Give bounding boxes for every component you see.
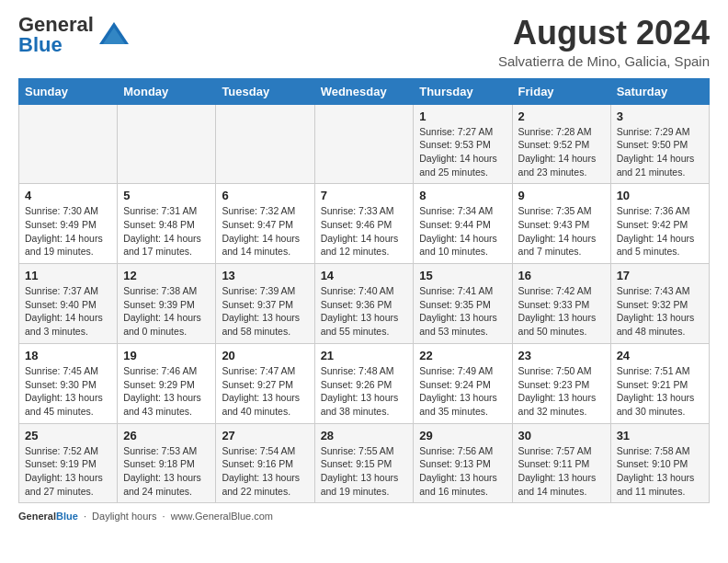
day-number: 25 bbox=[25, 429, 111, 442]
day-detail: Sunrise: 7:43 AM Sunset: 9:32 PM Dayligh… bbox=[617, 284, 703, 339]
header-cell-wednesday: Wednesday bbox=[314, 78, 414, 104]
day-cell: 16Sunrise: 7:42 AM Sunset: 9:33 PM Dayli… bbox=[512, 264, 610, 344]
day-detail: Sunrise: 7:38 AM Sunset: 9:39 PM Dayligh… bbox=[123, 284, 210, 339]
day-number: 27 bbox=[222, 429, 308, 442]
day-cell: 15Sunrise: 7:41 AM Sunset: 9:35 PM Dayli… bbox=[414, 264, 512, 344]
day-detail: Sunrise: 7:56 AM Sunset: 9:13 PM Dayligh… bbox=[419, 444, 506, 499]
day-detail: Sunrise: 7:51 AM Sunset: 9:21 PM Dayligh… bbox=[617, 364, 703, 419]
day-cell: 27Sunrise: 7:54 AM Sunset: 9:16 PM Dayli… bbox=[216, 423, 314, 503]
day-number: 3 bbox=[617, 109, 703, 123]
day-number: 4 bbox=[25, 189, 111, 202]
day-number: 28 bbox=[321, 429, 408, 442]
day-cell: 23Sunrise: 7:50 AM Sunset: 9:23 PM Dayli… bbox=[512, 343, 610, 423]
day-cell: 29Sunrise: 7:56 AM Sunset: 9:13 PM Dayli… bbox=[414, 423, 512, 503]
calendar-table: SundayMondayTuesdayWednesdayThursdayFrid… bbox=[18, 78, 710, 504]
day-cell: 7Sunrise: 7:33 AM Sunset: 9:46 PM Daylig… bbox=[314, 184, 414, 264]
day-detail: Sunrise: 7:32 AM Sunset: 9:47 PM Dayligh… bbox=[222, 204, 308, 259]
day-detail: Sunrise: 7:39 AM Sunset: 9:37 PM Dayligh… bbox=[222, 284, 308, 339]
day-detail: Sunrise: 7:58 AM Sunset: 9:10 PM Dayligh… bbox=[617, 444, 703, 499]
day-cell: 31Sunrise: 7:58 AM Sunset: 9:10 PM Dayli… bbox=[610, 423, 709, 503]
day-number: 10 bbox=[617, 189, 703, 202]
day-cell: 14Sunrise: 7:40 AM Sunset: 9:36 PM Dayli… bbox=[314, 264, 414, 344]
day-number: 14 bbox=[321, 269, 408, 282]
day-cell: 26Sunrise: 7:53 AM Sunset: 9:18 PM Dayli… bbox=[118, 423, 216, 503]
day-cell: 28Sunrise: 7:55 AM Sunset: 9:15 PM Dayli… bbox=[314, 423, 414, 503]
day-cell bbox=[19, 104, 118, 184]
day-cell: 3Sunrise: 7:29 AM Sunset: 9:50 PM Daylig… bbox=[610, 104, 709, 184]
header-cell-saturday: Saturday bbox=[610, 78, 709, 104]
day-number: 15 bbox=[419, 269, 506, 282]
day-cell: 5Sunrise: 7:31 AM Sunset: 9:48 PM Daylig… bbox=[118, 184, 216, 264]
day-number: 29 bbox=[419, 429, 506, 442]
day-number: 11 bbox=[25, 269, 111, 282]
daylight-label: Daylight hours bbox=[92, 511, 156, 522]
header-cell-tuesday: Tuesday bbox=[216, 78, 314, 104]
page-header: General Blue August 2024 Salvatierra de … bbox=[18, 15, 710, 69]
calendar-header-row: SundayMondayTuesdayWednesdayThursdayFrid… bbox=[19, 78, 710, 104]
day-detail: Sunrise: 7:53 AM Sunset: 9:18 PM Dayligh… bbox=[123, 444, 210, 499]
day-cell: 9Sunrise: 7:35 AM Sunset: 9:43 PM Daylig… bbox=[512, 184, 610, 264]
day-number: 6 bbox=[222, 189, 308, 202]
day-detail: Sunrise: 7:28 AM Sunset: 9:52 PM Dayligh… bbox=[518, 125, 605, 179]
day-cell: 11Sunrise: 7:37 AM Sunset: 9:40 PM Dayli… bbox=[19, 264, 118, 344]
day-detail: Sunrise: 7:27 AM Sunset: 9:53 PM Dayligh… bbox=[419, 125, 506, 179]
day-detail: Sunrise: 7:47 AM Sunset: 9:27 PM Dayligh… bbox=[222, 364, 308, 419]
header-cell-monday: Monday bbox=[118, 78, 216, 104]
day-cell: 30Sunrise: 7:57 AM Sunset: 9:11 PM Dayli… bbox=[512, 423, 610, 503]
day-detail: Sunrise: 7:42 AM Sunset: 9:33 PM Dayligh… bbox=[518, 284, 605, 339]
day-cell: 24Sunrise: 7:51 AM Sunset: 9:21 PM Dayli… bbox=[610, 343, 709, 423]
day-number: 23 bbox=[518, 349, 605, 362]
day-number: 12 bbox=[123, 269, 210, 282]
day-detail: Sunrise: 7:31 AM Sunset: 9:48 PM Dayligh… bbox=[123, 204, 210, 259]
week-row-2: 4Sunrise: 7:30 AM Sunset: 9:49 PM Daylig… bbox=[19, 184, 710, 264]
day-cell: 19Sunrise: 7:46 AM Sunset: 9:29 PM Dayli… bbox=[118, 343, 216, 423]
week-row-3: 11Sunrise: 7:37 AM Sunset: 9:40 PM Dayli… bbox=[19, 264, 710, 344]
day-cell: 2Sunrise: 7:28 AM Sunset: 9:52 PM Daylig… bbox=[512, 104, 610, 184]
day-cell: 8Sunrise: 7:34 AM Sunset: 9:44 PM Daylig… bbox=[414, 184, 512, 264]
day-cell: 22Sunrise: 7:49 AM Sunset: 9:24 PM Dayli… bbox=[414, 343, 512, 423]
header-cell-sunday: Sunday bbox=[19, 78, 118, 104]
day-detail: Sunrise: 7:50 AM Sunset: 9:23 PM Dayligh… bbox=[518, 364, 605, 419]
day-detail: Sunrise: 7:40 AM Sunset: 9:36 PM Dayligh… bbox=[321, 284, 408, 339]
day-detail: Sunrise: 7:34 AM Sunset: 9:44 PM Dayligh… bbox=[419, 204, 506, 259]
day-detail: Sunrise: 7:30 AM Sunset: 9:49 PM Dayligh… bbox=[25, 204, 111, 259]
logo-text: General Blue bbox=[18, 15, 94, 55]
day-detail: Sunrise: 7:54 AM Sunset: 9:16 PM Dayligh… bbox=[222, 444, 308, 499]
week-row-1: 1Sunrise: 7:27 AM Sunset: 9:53 PM Daylig… bbox=[19, 104, 710, 184]
day-detail: Sunrise: 7:29 AM Sunset: 9:50 PM Dayligh… bbox=[617, 125, 703, 179]
day-cell: 12Sunrise: 7:38 AM Sunset: 9:39 PM Dayli… bbox=[118, 264, 216, 344]
day-number: 24 bbox=[617, 349, 703, 362]
day-number: 8 bbox=[419, 189, 506, 202]
day-detail: Sunrise: 7:55 AM Sunset: 9:15 PM Dayligh… bbox=[321, 444, 408, 499]
day-number: 7 bbox=[321, 189, 408, 202]
day-number: 18 bbox=[25, 349, 111, 362]
day-detail: Sunrise: 7:35 AM Sunset: 9:43 PM Dayligh… bbox=[518, 204, 605, 259]
day-number: 17 bbox=[617, 269, 703, 282]
main-title: August 2024 bbox=[498, 15, 710, 52]
day-cell: 6Sunrise: 7:32 AM Sunset: 9:47 PM Daylig… bbox=[216, 184, 314, 264]
day-detail: Sunrise: 7:45 AM Sunset: 9:30 PM Dayligh… bbox=[25, 364, 111, 419]
day-cell: 4Sunrise: 7:30 AM Sunset: 9:49 PM Daylig… bbox=[19, 184, 118, 264]
logo-icon bbox=[97, 18, 131, 52]
day-cell: 10Sunrise: 7:36 AM Sunset: 9:42 PM Dayli… bbox=[610, 184, 709, 264]
day-number: 19 bbox=[123, 349, 210, 362]
day-cell: 25Sunrise: 7:52 AM Sunset: 9:19 PM Dayli… bbox=[19, 423, 118, 503]
day-number: 1 bbox=[419, 109, 506, 123]
day-cell: 17Sunrise: 7:43 AM Sunset: 9:32 PM Dayli… bbox=[610, 264, 709, 344]
day-cell bbox=[216, 104, 314, 184]
day-detail: Sunrise: 7:57 AM Sunset: 9:11 PM Dayligh… bbox=[518, 444, 605, 499]
day-number: 13 bbox=[222, 269, 308, 282]
day-detail: Sunrise: 7:41 AM Sunset: 9:35 PM Dayligh… bbox=[419, 284, 506, 339]
day-cell bbox=[118, 104, 216, 184]
week-row-4: 18Sunrise: 7:45 AM Sunset: 9:30 PM Dayli… bbox=[19, 343, 710, 423]
day-cell bbox=[314, 104, 414, 184]
day-cell: 18Sunrise: 7:45 AM Sunset: 9:30 PM Dayli… bbox=[19, 343, 118, 423]
week-row-5: 25Sunrise: 7:52 AM Sunset: 9:19 PM Dayli… bbox=[19, 423, 710, 503]
day-cell: 21Sunrise: 7:48 AM Sunset: 9:26 PM Dayli… bbox=[314, 343, 414, 423]
day-number: 5 bbox=[123, 189, 210, 202]
subtitle: Salvatierra de Mino, Galicia, Spain bbox=[498, 53, 710, 69]
title-block: August 2024 Salvatierra de Mino, Galicia… bbox=[498, 15, 710, 69]
header-cell-friday: Friday bbox=[512, 78, 610, 104]
footer-url: www.GeneralBlue.com bbox=[171, 511, 273, 522]
day-detail: Sunrise: 7:36 AM Sunset: 9:42 PM Dayligh… bbox=[617, 204, 703, 259]
